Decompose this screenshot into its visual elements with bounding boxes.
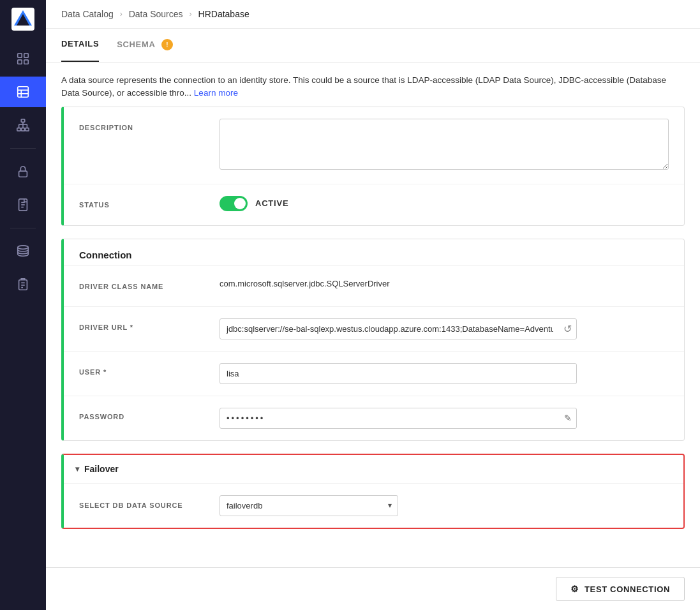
app-logo[interactable] (0, 0, 46, 38)
svg-rect-13 (21, 128, 25, 131)
test-connection-label: TEST CONNECTION (585, 584, 670, 594)
learn-more-link[interactable]: Learn more (194, 88, 238, 98)
password-control: ✎ (220, 408, 669, 429)
connection-section: Connection DRIVER CLASS NAME com.microso… (61, 239, 685, 441)
select-db-input[interactable]: failoverdb maindb backupdb (220, 495, 398, 516)
breadcrumb: Data Catalog › Data Sources › HRDatabase (46, 0, 700, 29)
test-connection-button[interactable]: ⚙ TEST CONNECTION (556, 577, 685, 601)
connection-header: Connection (64, 239, 684, 266)
svg-rect-3 (18, 54, 22, 57)
sidebar-item-database[interactable] (0, 236, 46, 267)
description-control (220, 119, 669, 172)
sidebar-nav (0, 38, 46, 300)
main-content: Data Catalog › Data Sources › HRDatabase… (46, 0, 700, 610)
description-label: DESCRIPTION (79, 119, 220, 131)
toggle-row: ACTIVE (220, 196, 669, 211)
select-db-wrap: failoverdb maindb backupdb ▾ (220, 495, 398, 516)
svg-rect-5 (18, 60, 22, 64)
sidebar-item-lock[interactable] (0, 156, 46, 187)
tab-schema[interactable]: SCHEMA ! (117, 29, 173, 62)
user-input[interactable] (220, 363, 577, 384)
driver-url-control: ↺ (220, 318, 669, 339)
svg-rect-20 (19, 171, 27, 177)
failover-body: SELECT DB DATA SOURCE failoverdb maindb … (64, 484, 683, 528)
password-input-wrap: ✎ (220, 408, 577, 429)
status-row: STATUS ACTIVE (64, 184, 684, 225)
driver-class-row: DRIVER CLASS NAME com.microsoft.sqlserve… (64, 266, 684, 307)
action-bar: ⚙ TEST CONNECTION (46, 567, 700, 610)
password-row: PASSWORD ✎ (64, 396, 684, 440)
status-toggle[interactable] (220, 196, 248, 211)
user-row: USER * (64, 352, 684, 396)
breadcrumb-sep-1: › (120, 10, 123, 19)
description-row: DESCRIPTION (64, 107, 684, 184)
svg-point-25 (18, 246, 29, 249)
tab-details[interactable]: DETAILS (61, 29, 99, 62)
test-connection-icon: ⚙ (570, 584, 579, 594)
sidebar-item-hierarchy[interactable] (0, 110, 46, 140)
refresh-icon[interactable]: ↺ (563, 323, 572, 335)
sidebar (0, 0, 46, 610)
edit-password-icon[interactable]: ✎ (564, 413, 572, 423)
failover-section: ▾ Failover SELECT DB DATA SOURCE failove… (61, 454, 685, 529)
driver-url-input-wrap: ↺ (220, 318, 577, 339)
schema-badge: ! (161, 39, 173, 50)
driver-class-value: com.microsoft.sqlserver.jdbc.SQLServerDr… (220, 279, 390, 288)
svg-rect-6 (24, 60, 28, 64)
breadcrumb-sep-2: › (190, 10, 192, 19)
failover-header[interactable]: ▾ Failover (64, 455, 683, 484)
sidebar-divider-2 (10, 228, 36, 228)
failover-title: Failover (84, 464, 119, 474)
breadcrumb-current: HRDatabase (198, 9, 249, 19)
description-status-section: DESCRIPTION STATUS ACTIVE (61, 107, 685, 226)
select-db-label: SELECT DB DATA SOURCE (79, 502, 220, 509)
svg-rect-12 (17, 128, 20, 131)
user-label: USER * (79, 363, 220, 376)
failover-chevron-icon: ▾ (75, 465, 79, 473)
user-control (220, 363, 669, 384)
svg-rect-4 (24, 54, 28, 57)
svg-rect-14 (26, 128, 29, 131)
status-value: ACTIVE (255, 198, 288, 208)
svg-rect-7 (18, 87, 29, 98)
driver-class-label: DRIVER CLASS NAME (79, 278, 220, 290)
svg-rect-11 (21, 119, 25, 123)
description-textarea[interactable] (220, 119, 669, 170)
driver-url-input[interactable] (220, 318, 577, 339)
sidebar-item-document[interactable] (0, 190, 46, 220)
sidebar-divider (10, 148, 36, 149)
info-text: A data source represents the connection … (46, 63, 700, 107)
breadcrumb-sources[interactable]: Data Sources (129, 9, 183, 19)
tabs-bar: DETAILS SCHEMA ! (46, 29, 700, 63)
password-label: PASSWORD (79, 408, 220, 420)
password-input[interactable] (220, 408, 577, 429)
status-label: STATUS (79, 196, 220, 209)
driver-url-row: DRIVER URL * ↺ (64, 307, 684, 352)
driver-url-label: DRIVER URL * (79, 318, 220, 331)
sidebar-item-data-catalog[interactable] (0, 77, 46, 107)
driver-class-control: com.microsoft.sqlserver.jdbc.SQLServerDr… (220, 278, 669, 289)
status-control: ACTIVE (220, 196, 669, 211)
breadcrumb-catalog[interactable]: Data Catalog (61, 9, 114, 19)
sidebar-item-clipboard[interactable] (0, 269, 46, 300)
sidebar-item-dashboard[interactable] (0, 43, 46, 74)
